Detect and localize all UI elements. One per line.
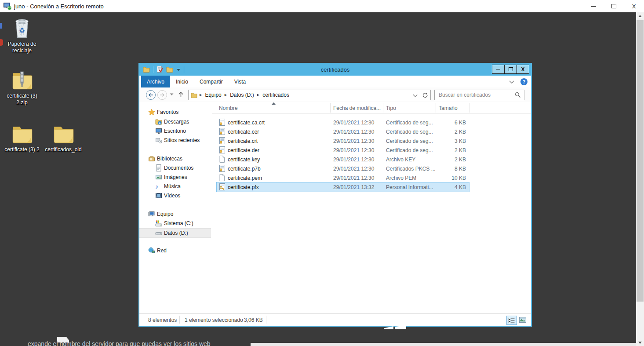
details-view-button[interactable] <box>506 316 517 325</box>
tab-compartir[interactable]: Compartir <box>194 76 229 87</box>
column-divider[interactable] <box>330 103 331 113</box>
back-button[interactable] <box>146 90 156 100</box>
scroll-up-button[interactable] <box>636 12 644 19</box>
rdp-title: juno - Conexión a Escritorio remoto <box>14 3 104 10</box>
back-arrow-icon <box>148 92 154 98</box>
explorer-main: Favoritos Descargas Escritorio Sitios re… <box>139 102 531 314</box>
videos-icon <box>155 192 162 199</box>
sidebar-item-red[interactable]: Red <box>139 246 211 255</box>
column-header-tamano[interactable]: Tamaño <box>439 105 458 111</box>
recent-locations-dropdown-icon[interactable] <box>170 93 174 96</box>
column-divider[interactable] <box>469 103 469 113</box>
item-count: 8 elementos <box>148 317 177 323</box>
tab-archivo[interactable]: Archivo <box>141 76 170 87</box>
rdp-maximize-button[interactable] <box>604 0 624 12</box>
breadcrumb-certificados[interactable]: certificados <box>262 92 290 98</box>
tab-inicio[interactable]: Inicio <box>170 76 194 87</box>
collapse-ribbon-icon[interactable] <box>509 80 514 84</box>
libraries-icon <box>148 155 155 162</box>
explorer-minimize-button[interactable] <box>492 65 505 74</box>
navigation-toolbar: ▶ Equipo ▶ Datos (D:) ▶ certificados Bus… <box>139 87 531 102</box>
forward-button[interactable] <box>157 90 167 100</box>
explorer-maximize-button[interactable] <box>504 65 517 74</box>
address-dropdown-icon[interactable] <box>413 94 418 97</box>
desktop-icon-folder-certificados-old[interactable]: certificados_old <box>42 123 84 153</box>
search-icon[interactable] <box>515 92 521 98</box>
explorer-titlebar: certificados X <box>139 64 531 76</box>
minimize-icon <box>591 6 596 7</box>
refresh-icon[interactable] <box>422 92 428 98</box>
pictures-icon <box>155 174 162 181</box>
file-row-certificate-key[interactable]: certificate.key 29/01/2021 12:30 Archivo… <box>217 155 469 164</box>
rdp-vertical-scrollbar[interactable] <box>636 12 644 346</box>
scroll-down-button[interactable] <box>636 339 644 346</box>
downloads-icon <box>155 118 162 125</box>
chevron-down-icon <box>638 342 642 344</box>
file-row-certificate-p7b[interactable]: certificate.p7b 29/01/2021 12:30 Certifi… <box>217 164 469 173</box>
file-row-certificate-cer[interactable]: certificate.cer 29/01/2021 12:30 Certifi… <box>217 127 469 136</box>
certificate-file-icon <box>218 146 226 153</box>
chevron-up-icon <box>638 15 642 17</box>
sidebar-item-videos[interactable]: Vídeos <box>139 191 211 200</box>
thumbnail-view-button[interactable] <box>518 316 528 324</box>
desktop-icon-recycle-bin[interactable]: ♻ Papelera de reciclaje <box>1 17 43 54</box>
file-row-certificate-pem[interactable]: certificate.pem 29/01/2021 12:30 Archivo… <box>217 173 469 182</box>
sidebar-item-documentos[interactable]: Documentos <box>139 164 211 172</box>
server-logo-fragment <box>384 325 408 329</box>
column-divider[interactable] <box>383 103 383 113</box>
sidebar-item-imagenes[interactable]: Imágenes <box>139 173 211 182</box>
explorer-window: certificados X Archivo Inicio Compartir … <box>138 63 532 327</box>
breadcrumb-separator-icon: ▶ <box>222 93 229 97</box>
scrollbar-thumb[interactable] <box>637 20 644 302</box>
column-header-fecha[interactable]: Fecha de modifica... <box>333 105 381 111</box>
minimize-icon <box>496 69 500 69</box>
sidebar-item-musica[interactable]: ♪ Música <box>139 182 211 191</box>
rdp-client-window: juno - Conexión a Escritorio remoto X ♻ … <box>0 0 644 346</box>
file-row-certificate-crt[interactable]: certificate.crt 29/01/2021 12:30 Certifi… <box>217 136 469 146</box>
address-bar[interactable]: ▶ Equipo ▶ Datos (D:) ▶ certificados <box>188 90 431 100</box>
column-header-nombre[interactable]: Nombre <box>219 105 238 111</box>
sidebar-item-equipo[interactable]: Equipo <box>139 210 211 219</box>
status-bar: 8 elementos 1 elemento seleccionado 3,06… <box>139 313 531 326</box>
column-header-tipo[interactable]: Tipo <box>386 105 396 111</box>
data-drive-icon <box>155 229 162 237</box>
help-icon[interactable]: ? <box>520 78 528 85</box>
certificate-key-file-icon <box>218 183 226 190</box>
tab-vista[interactable]: Vista <box>229 76 251 87</box>
rdp-app-icon <box>4 2 12 10</box>
sidebar-item-bibliotecas[interactable]: Bibliotecas <box>139 154 211 163</box>
forward-arrow-icon <box>159 92 165 98</box>
explorer-window-title: certificados <box>139 66 531 73</box>
rdp-close-button[interactable]: X <box>624 0 644 12</box>
sidebar-item-favoritos[interactable]: Favoritos <box>139 108 211 117</box>
column-divider[interactable] <box>436 103 436 113</box>
sidebar-item-escritorio[interactable]: Escritorio <box>139 127 211 135</box>
explorer-close-button[interactable]: X <box>517 65 529 74</box>
breadcrumb-equipo[interactable]: Equipo <box>204 92 222 98</box>
system-drive-icon <box>155 220 162 227</box>
file-list: Nombre Fecha de modifica... Tipo Tamaño … <box>212 102 531 314</box>
desktop-icon-label: certificate (3) 2.zip <box>1 93 43 106</box>
up-button[interactable] <box>178 91 184 98</box>
desktop-icon-folder-certificate-3-2[interactable]: certificate (3) 2 <box>1 123 43 153</box>
desktop-icon-zip[interactable]: certificate (3) 2.zip <box>1 69 43 106</box>
star-icon <box>148 109 155 116</box>
rdp-minimize-button[interactable] <box>583 0 604 12</box>
certificate-file-icon <box>218 119 226 126</box>
desktop-icon <box>155 127 162 135</box>
sidebar-item-sitios-recientes[interactable]: Sitios recientes <box>139 136 211 145</box>
close-icon: X <box>632 3 636 10</box>
search-box[interactable]: Buscar en certificados <box>434 90 524 100</box>
close-icon: X <box>521 66 524 73</box>
breadcrumb-datos-d[interactable]: Datos (D:) <box>229 92 255 98</box>
file-row-certificate-ca-crt[interactable]: certificate.ca.crt 29/01/2021 12:30 Cert… <box>217 118 469 127</box>
status-divider <box>179 316 180 324</box>
generic-file-icon <box>218 174 226 181</box>
file-row-certificate-der[interactable]: certificate.der 29/01/2021 12:30 Certifi… <box>217 146 469 155</box>
sidebar-item-descargas[interactable]: Descargas <box>139 117 211 126</box>
maximize-icon <box>611 4 616 8</box>
sidebar-item-datos-d[interactable]: Datos (D:) <box>139 228 211 238</box>
svg-text:♻: ♻ <box>19 27 25 34</box>
sidebar-item-sistema-c[interactable]: Sistema (C:) <box>139 219 211 228</box>
file-row-certificate-pfx-selected[interactable]: certificate.pfx 29/01/2021 13:32 Persona… <box>216 182 469 192</box>
